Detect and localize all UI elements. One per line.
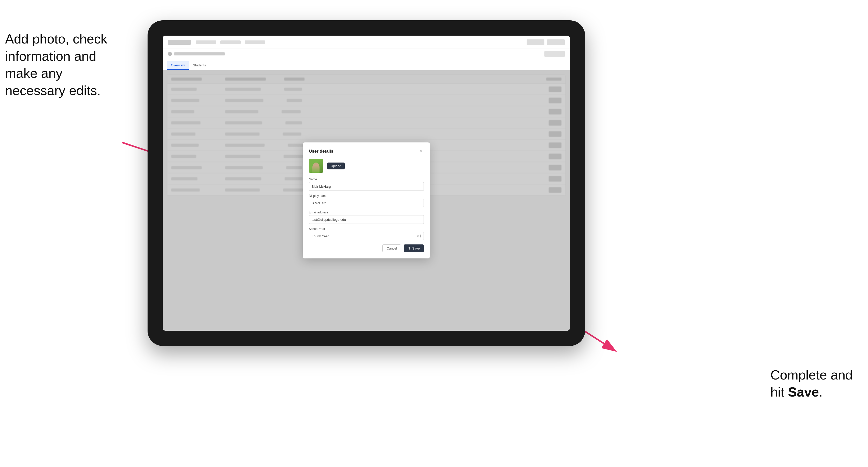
- email-input[interactable]: [309, 215, 424, 224]
- annotation-left: Add photo, check information and make an…: [5, 31, 107, 99]
- name-field-group: Name: [309, 178, 424, 191]
- tab-bar: Overview Students: [163, 59, 570, 70]
- name-label: Name: [309, 178, 424, 181]
- modal-overlay: User details × Upload Name: [163, 70, 570, 331]
- display-name-field-group: Display name: [309, 194, 424, 207]
- nav-item-2: [220, 40, 241, 44]
- photo-section: Upload: [309, 159, 424, 173]
- save-button-label: Save: [412, 247, 420, 250]
- tab-overview[interactable]: Overview: [167, 61, 189, 70]
- nav-item-1: [196, 40, 216, 44]
- tablet-device: Overview Students: [148, 20, 585, 346]
- user-photo-thumbnail: [309, 159, 323, 173]
- tab-students[interactable]: Students: [189, 61, 210, 70]
- app-topbar: [163, 36, 570, 49]
- photo-person-silhouette: [312, 162, 319, 173]
- cancel-button[interactable]: Cancel: [382, 244, 401, 252]
- content-area: User details × Upload Name: [163, 70, 570, 331]
- app-logo: [168, 40, 191, 45]
- email-field-group: Email address: [309, 211, 424, 224]
- topbar-btn-1: [527, 39, 545, 45]
- tablet-screen: Overview Students: [163, 36, 570, 331]
- breadcrumb-icon: [168, 52, 172, 56]
- modal-title-bar: User details ×: [309, 149, 424, 154]
- breadcrumb-text: [174, 53, 225, 56]
- email-label: Email address: [309, 211, 424, 214]
- app-topbar-right: [527, 39, 565, 45]
- school-year-field-group: School Year Fourth Year First Year Secon…: [309, 227, 424, 240]
- name-input[interactable]: [309, 182, 424, 191]
- topbar-btn-2: [547, 39, 565, 45]
- save-icon: ⬆: [408, 247, 411, 250]
- display-name-label: Display name: [309, 194, 424, 198]
- user-details-modal: User details × Upload Name: [303, 143, 430, 258]
- modal-title: User details: [309, 149, 333, 154]
- nav-item-3: [245, 40, 265, 44]
- school-year-label: School Year: [309, 227, 424, 231]
- save-button[interactable]: ⬆ Save: [404, 244, 424, 252]
- school-year-select[interactable]: Fourth Year First Year Second Year Third…: [309, 232, 424, 240]
- breadcrumb-bar: [163, 49, 570, 59]
- annotation-right: Complete and hit Save.: [770, 367, 853, 401]
- breadcrumb-action: [545, 51, 565, 57]
- modal-footer: Cancel ⬆ Save: [309, 244, 424, 252]
- school-year-select-wrapper: Fourth Year First Year Second Year Third…: [309, 232, 424, 240]
- app-nav: [196, 40, 265, 44]
- display-name-input[interactable]: [309, 199, 424, 207]
- upload-photo-button[interactable]: Upload: [327, 162, 345, 169]
- modal-close-button[interactable]: ×: [418, 149, 424, 154]
